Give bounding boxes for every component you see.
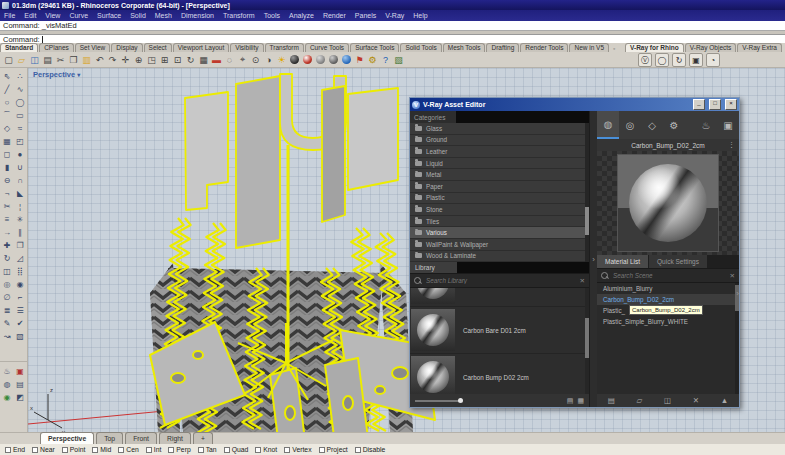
frame-buffer-icon[interactable]: ▣ [717,111,739,139]
osnap-cen[interactable]: Cen [118,446,138,453]
toolbar-tab-curve-tools[interactable]: Curve Tools [305,43,349,52]
category-liquid[interactable]: Liquid [410,158,589,170]
check-icon[interactable]: ✔ [14,317,27,330]
shaded-mode-icon[interactable] [327,53,340,66]
osnap-end[interactable]: End [5,446,25,453]
viewport-tab-perspective[interactable]: Perspective [40,432,94,444]
menu-v-ray[interactable]: V-Ray [385,12,404,19]
arc-icon[interactable]: ⌒ [1,109,14,122]
boolean-union-icon[interactable]: ∪ [14,161,27,174]
viewport-tab-[interactable]: + [193,432,213,444]
lights-tab-icon[interactable]: ◎ [619,111,641,139]
join-icon[interactable]: ≡ [1,213,14,226]
list-view-icon[interactable]: ▤ [567,397,574,405]
osnap-point[interactable]: Point [62,446,86,453]
osnap-disable[interactable]: Disable [355,446,386,453]
menu-edit[interactable]: Edit [24,12,36,19]
category-paper[interactable]: Paper [410,181,589,193]
settings-tab-icon[interactable]: ⚙ [663,111,685,139]
checkbox-icon[interactable] [5,447,11,453]
tab-library[interactable]: Library [410,262,457,273]
paste-icon[interactable]: ▥ [80,53,93,66]
osnap-knot[interactable]: Knot [255,446,277,453]
clear-search-icon[interactable]: ✕ [730,272,735,280]
osnap-near[interactable]: Near [32,446,55,453]
osnap-quad[interactable]: Quad [224,446,249,453]
split-icon[interactable]: ¦ [14,200,27,213]
polygon-icon[interactable]: ◇ [1,122,14,135]
menu-surface[interactable]: Surface [97,12,121,19]
toolbar-tab-set-view[interactable]: Set View [75,43,111,52]
checkbox-icon[interactable] [284,447,290,453]
menu-mesh[interactable]: Mesh [155,12,172,19]
category-ground[interactable]: Ground [410,135,589,147]
category-leather[interactable]: Leather [410,146,589,158]
save-icon[interactable]: ◫ [28,53,41,66]
thumbnail-size-slider[interactable] [415,400,461,402]
menu-transform[interactable]: Transform [223,12,255,19]
screenshot-icon[interactable]: ▧ [392,53,405,66]
surface-icon[interactable]: ▦ [1,135,14,148]
boolean-difference-icon[interactable]: ⊖ [1,174,14,187]
osnap-int[interactable]: Int [146,446,162,453]
open-library-icon[interactable]: ▱ [637,396,643,405]
open-file-icon[interactable]: ▱ [15,53,28,66]
sphere-icon[interactable]: ● [14,148,27,161]
fillet-icon[interactable]: ¬ [1,187,14,200]
toolbar-tab-visibility[interactable]: Visibility [230,43,263,52]
toolbar-tab-drafting[interactable]: Drafting [486,43,519,52]
materials-tab-icon[interactable]: ◍ [597,111,619,139]
checkbox-icon[interactable] [32,447,38,453]
freeform-icon[interactable]: ≈ [14,122,27,135]
curve-icon[interactable]: ∿ [14,83,27,96]
category-various[interactable]: Various [410,227,589,239]
grid-view-icon[interactable]: ▦ [577,397,584,405]
material-row-plastic-simple-blurry-white[interactable]: Plastic_Simple_Blurry_WHITE [597,316,739,327]
mirror-icon[interactable]: ◫ [1,265,14,278]
vray-material-editor-icon[interactable]: ◍ [1,378,14,391]
material-row-aluminium-blurry[interactable]: Aluminium_Blurry [597,283,739,294]
library-item-carbon-bump-d02-2cm[interactable]: Carbon Bump D02 2cm [410,354,589,394]
save-asset-icon[interactable]: ◫ [664,396,671,405]
array-icon[interactable]: ⣿ [14,265,27,278]
osnap-project[interactable]: Project [319,446,348,453]
menu-analyze[interactable]: Analyze [289,12,314,19]
box-icon[interactable]: ◻ [1,148,14,161]
trim-icon[interactable]: ✂ [1,200,14,213]
minimize-button[interactable]: _ [693,99,705,110]
hide-objects-icon[interactable]: ▬ [210,53,223,66]
zoom-selected-icon[interactable]: ⊡ [171,53,184,66]
render-preview-icon[interactable] [301,53,314,66]
import-asset-icon[interactable]: ▲ [721,396,728,405]
category-wallpaint-wallpaper[interactable]: WallPaint & Wallpaper [410,239,589,251]
scene-search-input[interactable] [611,271,727,280]
checkbox-icon[interactable] [168,447,174,453]
lightbulb-icon[interactable]: ☀ [275,53,288,66]
delete-asset-icon[interactable]: ✕ [693,396,699,405]
viewport-tab-right[interactable]: Right [159,432,191,444]
polyline-icon[interactable]: ╱ [1,83,14,96]
geometry-tab-icon[interactable]: ◇ [641,111,663,139]
zoom-window-icon[interactable]: ◳ [145,53,158,66]
category-stone[interactable]: Stone [410,204,589,216]
checkbox-icon[interactable] [319,447,325,453]
menu-dimension[interactable]: Dimension [181,12,214,19]
checkbox-icon[interactable] [198,447,204,453]
set-view-icon[interactable]: ⊙ [249,53,262,66]
vray-sphere-icon[interactable]: ◯ [655,53,669,67]
command-input[interactable]: Command: [0,34,785,43]
zoom-target-icon[interactable]: ⌖ [236,53,249,66]
toolbar-tab-display[interactable]: Display [111,43,142,52]
gumball-icon[interactable]: ◎ [1,278,14,291]
categories-scrollbar[interactable] [585,123,589,262]
surface-corner-icon[interactable]: ◰ [14,135,27,148]
osnap-mid[interactable]: Mid [92,446,111,453]
category-wood-laminate[interactable]: Wood & Laminate [410,251,589,263]
library-item-carbon-bare-d01-2cm[interactable]: Carbon Bare D01 2cm [410,307,589,354]
render-settings-icon[interactable] [340,53,353,66]
toolbar-tab-new-in-v5[interactable]: New in V5 [569,43,609,52]
select-pointer-icon[interactable]: ⇖ [1,70,14,83]
menu-curve[interactable]: Curve [69,12,88,19]
toolbar-tab-viewport-layout[interactable]: Viewport Layout [173,43,230,52]
clear-search-icon[interactable]: ✕ [580,277,585,285]
